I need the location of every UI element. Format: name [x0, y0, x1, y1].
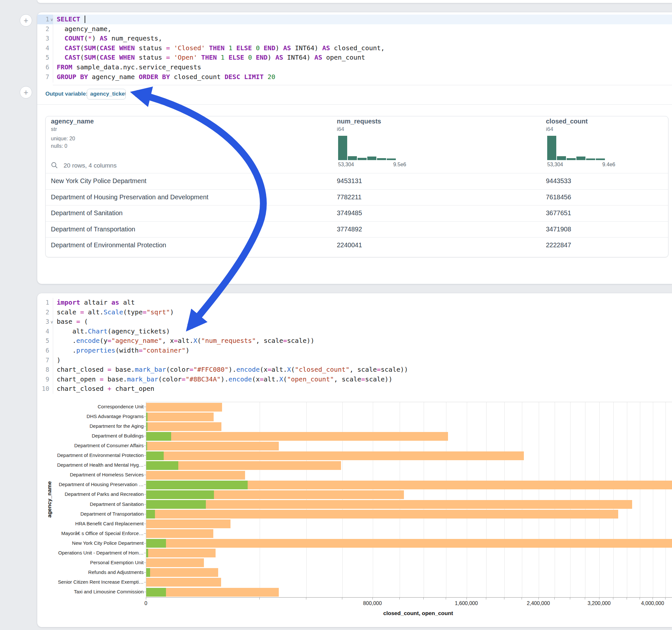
y-axis-label: Department of Consumer Affairs	[46, 441, 144, 451]
gutter-divider	[53, 15, 53, 83]
code-line[interactable]: 2 agency_name,	[37, 24, 672, 34]
code-line[interactable]: 6 .properties(width="container")	[37, 346, 672, 356]
y-axis-label: Department of Housing Preservation …	[46, 480, 144, 489]
bar-closed-count	[146, 500, 632, 509]
line-number[interactable]: 10	[37, 384, 49, 394]
bar-closed-count	[146, 442, 279, 451]
code-text: chart_open = base.mark_bar(color="#8BC34…	[57, 374, 392, 384]
code-line[interactable]: 7GROUP BY agency_name ORDER BY closed_co…	[37, 72, 672, 82]
sql-code-editor[interactable]: 1∨SELECT 2 agency_name,3 COUNT(*) AS num…	[37, 12, 672, 85]
code-text: chart_closed = base.mark_bar(color="#FFC…	[57, 365, 408, 374]
python-code-editor[interactable]: 1import altair as alt2scale = alt.Scale(…	[37, 293, 672, 397]
code-line[interactable]: 7)	[37, 356, 672, 365]
code-text: GROUP BY agency_name ORDER BY closed_cou…	[57, 72, 275, 82]
output-variable-pill[interactable]: agency_tickets	[87, 89, 126, 99]
table-row[interactable]: Department of Environmental Protection22…	[46, 237, 668, 253]
x-tick	[446, 598, 446, 600]
chevron-down-icon[interactable]: ∨	[50, 15, 55, 25]
line-number[interactable]: 5	[37, 53, 49, 63]
line-number[interactable]: 9	[37, 374, 49, 384]
code-text: scale = alt.Scale(type="sqrt")	[57, 308, 174, 317]
add-cell-button-middle[interactable]: +	[20, 86, 32, 98]
line-number[interactable]: 6	[37, 346, 49, 356]
bar-closed-count	[146, 510, 618, 518]
column-type: str	[51, 126, 57, 132]
code-line[interactable]: 4 CAST(SUM(CASE WHEN status = 'Closed' T…	[37, 43, 672, 53]
y-axis-label: Department of Homeless Services	[46, 470, 144, 480]
line-number[interactable]: 2	[37, 24, 49, 34]
y-axis-label: HRA Benefit Card Replacement	[46, 519, 144, 529]
table-cell: 3471908	[546, 221, 571, 237]
gutter-divider	[53, 298, 53, 394]
y-axis-label: DHS Advantage Programs	[46, 412, 144, 421]
line-number[interactable]: 6	[37, 63, 49, 72]
table-cell: Department of Housing Preservation and D…	[51, 189, 209, 205]
column-header[interactable]: closed_count	[546, 118, 588, 125]
line-number[interactable]: 7	[37, 356, 49, 365]
y-axis-label: New York City Police Department	[46, 538, 144, 548]
x-tick	[538, 598, 539, 600]
x-tick	[373, 598, 373, 600]
table-cell: 2222847	[546, 237, 571, 253]
line-number[interactable]: 1	[37, 298, 49, 308]
line-number[interactable]: 5	[37, 336, 49, 346]
line-number[interactable]: 3	[37, 317, 49, 327]
table-cell: 3749485	[337, 205, 362, 221]
chevron-down-icon[interactable]: ∨	[50, 317, 55, 327]
row-divider	[46, 205, 668, 205]
code-line[interactable]: 4 alt.Chart(agency_tickets)	[37, 327, 672, 336]
line-number[interactable]: 1	[37, 15, 49, 24]
y-axis-label: Department of Parks and Recreation	[46, 489, 144, 499]
line-number[interactable]: 4	[37, 43, 49, 53]
table-cell: 7618456	[546, 189, 571, 205]
gridline	[653, 402, 653, 598]
code-line[interactable]: 5 .encode(y="agency_name", x=alt.X("num_…	[37, 336, 672, 346]
table-cell: 9443533	[546, 173, 571, 189]
line-number[interactable]: 4	[37, 327, 49, 336]
line-number[interactable]: 7	[37, 72, 49, 82]
code-line[interactable]: 10chart_closed + chart_open	[37, 384, 672, 394]
result-table[interactable]: agency_namestrunique: 20nulls: 0num_requ…	[45, 116, 668, 257]
table-row[interactable]: Department of Sanitation37494853677651	[46, 205, 668, 221]
code-line[interactable]: 1import altair as alt	[37, 298, 672, 308]
histogram	[547, 134, 605, 160]
histogram-bar	[596, 159, 605, 160]
code-line[interactable]: 8chart_closed = base.mark_bar(color="#FF…	[37, 365, 672, 374]
gridline	[640, 402, 640, 598]
code-line[interactable]: 3 COUNT(*) AS num_requests,	[37, 34, 672, 43]
y-axis-label: Department of Sanitation	[46, 500, 144, 509]
histogram-bar	[387, 159, 396, 160]
row-divider	[46, 221, 668, 222]
column-header[interactable]: agency_name	[51, 118, 94, 125]
x-tick	[640, 598, 640, 600]
column-header[interactable]: num_requests	[337, 118, 381, 125]
bar-closed-count	[146, 539, 672, 548]
histogram-bar	[557, 156, 566, 160]
table-row[interactable]: Department of Transportation377489234719…	[46, 221, 668, 237]
x-tick	[627, 598, 627, 600]
add-cell-button-top[interactable]: +	[20, 14, 32, 27]
search-icon[interactable]	[51, 162, 58, 169]
code-line[interactable]: 9chart_open = base.mark_bar(color="#8BC3…	[37, 374, 672, 384]
code-text: alt.Chart(agency_tickets)	[57, 327, 170, 336]
code-text: chart_closed + chart_open	[57, 384, 154, 394]
row-divider	[46, 237, 668, 238]
table-cell: New York City Police Department	[51, 173, 146, 189]
row-divider	[46, 189, 668, 190]
code-text: .properties(width="container")	[57, 346, 189, 356]
line-number[interactable]: 3	[37, 34, 49, 43]
code-line[interactable]: 2scale = alt.Scale(type="sqrt")	[37, 308, 672, 317]
histogram-bar	[576, 156, 585, 160]
code-line[interactable]: 5 CAST(SUM(CASE WHEN status = 'Open' THE…	[37, 53, 672, 63]
line-number[interactable]: 2	[37, 308, 49, 317]
code-line[interactable]: 6FROM sample_data.nyc.service_requests	[37, 63, 672, 72]
code-line[interactable]: 3∨base = (	[37, 317, 672, 327]
table-row[interactable]: New York City Police Department945313194…	[46, 173, 668, 189]
table-row[interactable]: Department of Housing Preservation and D…	[46, 189, 668, 205]
bar-closed-count	[146, 549, 216, 557]
x-tick	[585, 598, 585, 600]
gridline	[666, 402, 666, 598]
code-text: CAST(SUM(CASE WHEN status = 'Open' THEN …	[57, 53, 365, 63]
line-number[interactable]: 8	[37, 365, 49, 374]
code-line[interactable]: 1∨SELECT	[37, 15, 672, 24]
